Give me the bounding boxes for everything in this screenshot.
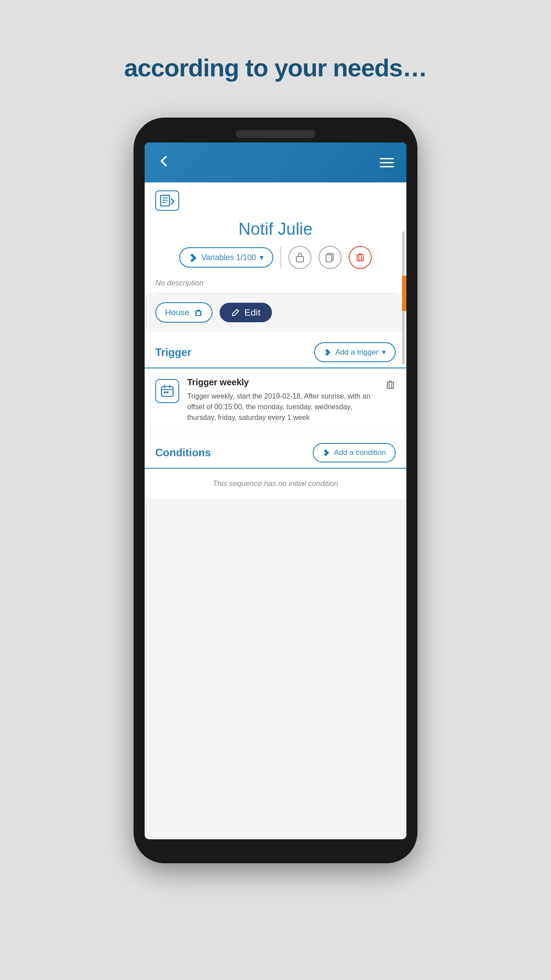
trigger-description: Trigger weekly, start the 2019-02-18, Af… [187, 391, 377, 423]
vertical-divider [280, 247, 281, 268]
calendar-icon [155, 379, 179, 403]
conditions-section: Conditions Add a condition This sequence… [145, 434, 406, 499]
trigger-name: Trigger weekly [187, 377, 377, 387]
trigger-item: Trigger weekly Trigger weekly, start the… [145, 368, 406, 432]
svg-rect-15 [387, 382, 394, 388]
phone-frame: Notif Julie Variables 1/100 ▾ [134, 118, 417, 863]
trigger-section-title: Trigger [155, 346, 191, 359]
edit-button[interactable]: Edit [220, 303, 272, 322]
sequence-icon-bar [145, 182, 406, 215]
app-content: Notif Julie Variables 1/100 ▾ [145, 182, 406, 499]
conditions-section-title: Conditions [155, 447, 211, 459]
house-button[interactable]: House [155, 302, 213, 323]
add-condition-button[interactable]: Add a condition [313, 443, 396, 462]
trigger-delete-icon[interactable] [385, 377, 396, 393]
action-row: Variables 1/100 ▾ [145, 246, 406, 276]
svg-rect-13 [164, 391, 166, 393]
orange-accent [402, 276, 406, 311]
add-trigger-button[interactable]: Add a trigger ▾ [314, 342, 396, 362]
conditions-section-header: Conditions Add a condition [145, 434, 406, 469]
svg-rect-6 [326, 255, 332, 262]
delete-button[interactable] [349, 246, 372, 269]
app-header [145, 142, 406, 182]
house-edit-row: House Edit [145, 293, 406, 332]
no-condition-text: This sequence has no initial condition [145, 469, 406, 499]
trigger-section-header: Trigger Add a trigger ▾ [145, 333, 406, 368]
hamburger-menu[interactable] [380, 158, 394, 167]
description: No description [145, 276, 406, 293]
trigger-section: Trigger Add a trigger ▾ [145, 333, 406, 432]
house-label: House [165, 308, 189, 317]
variables-button[interactable]: Variables 1/100 ▾ [179, 247, 274, 268]
sequence-icon-button[interactable] [155, 190, 179, 211]
phone-speaker [236, 130, 315, 138]
page-headline: according to your needs… [98, 53, 453, 82]
sequence-title: Notif Julie [145, 215, 406, 246]
phone-screen: Notif Julie Variables 1/100 ▾ [145, 142, 406, 839]
copy-button[interactable] [319, 246, 342, 269]
svg-rect-14 [166, 391, 169, 393]
svg-rect-7 [357, 255, 363, 261]
svg-rect-4 [296, 257, 303, 262]
edit-label: Edit [244, 307, 260, 318]
back-button[interactable] [157, 154, 171, 171]
trigger-info: Trigger weekly Trigger weekly, start the… [187, 377, 377, 423]
lock-button[interactable] [288, 246, 311, 269]
